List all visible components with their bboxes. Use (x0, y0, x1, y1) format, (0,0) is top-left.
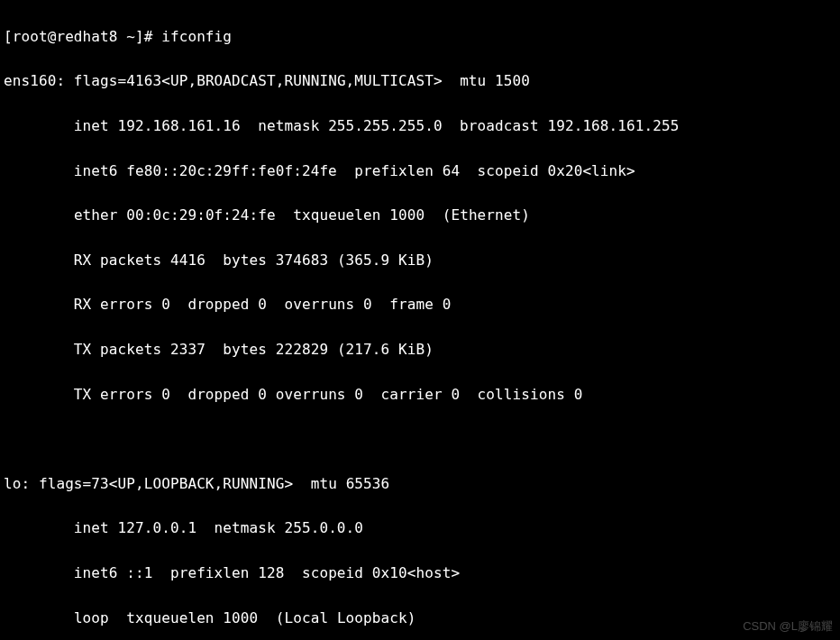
if0-inet: inet 192.168.161.16 netmask 255.255.255.… (4, 115, 836, 138)
if0-rx-errors: RX errors 0 dropped 0 overruns 0 frame 0 (4, 294, 836, 316)
if1-inet: inet 127.0.0.1 netmask 255.0.0.0 (4, 517, 836, 540)
if0-rx-packets: RX packets 4416 bytes 374683 (365.9 KiB) (4, 250, 836, 272)
if1-hw: loop txqueuelen 1000 (Local Loopback) (4, 608, 836, 630)
if0-tx-packets: TX packets 2337 bytes 222829 (217.6 KiB) (4, 339, 836, 361)
blank-line (4, 428, 836, 451)
if0-tx-errors: TX errors 0 dropped 0 overruns 0 carrier… (4, 384, 836, 407)
if0-header: ens160: flags=4163<UP,BROADCAST,RUNNING,… (4, 70, 836, 93)
if1-inet6: inet6 ::1 prefixlen 128 scopeid 0x10<hos… (4, 562, 836, 585)
if0-ether: ether 00:0c:29:0f:24:fe txqueuelen 1000 … (4, 205, 836, 227)
terminal-output[interactable]: [root@redhat8 ~]# ifconfig ens160: flags… (0, 0, 840, 640)
if0-inet6: inet6 fe80::20c:29ff:fe0f:24fe prefixlen… (4, 160, 836, 183)
command-line: [root@redhat8 ~]# ifconfig (4, 26, 836, 49)
prompt: [root@redhat8 ~]# (4, 28, 161, 45)
if1-header: lo: flags=73<UP,LOOPBACK,RUNNING> mtu 65… (4, 473, 836, 496)
typed-command: ifconfig (161, 28, 232, 45)
